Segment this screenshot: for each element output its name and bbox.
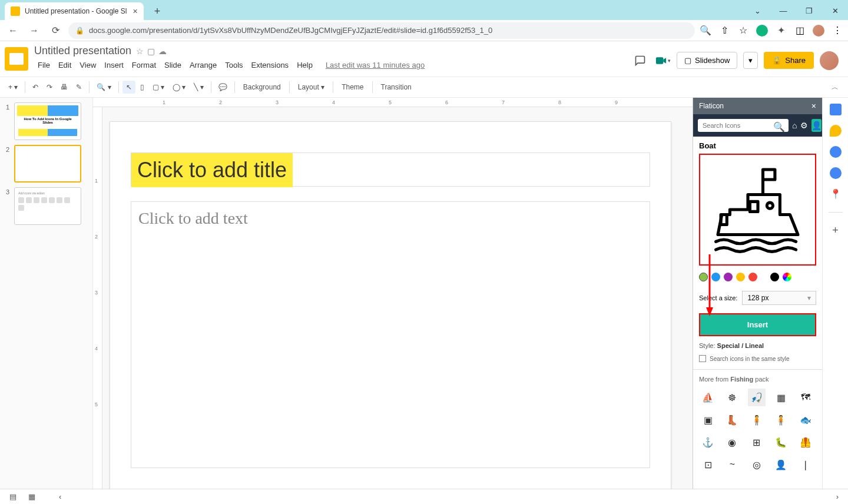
settings-icon[interactable]: ⚙ (800, 119, 808, 132)
line-tool[interactable]: ╲ ▾ (190, 81, 207, 94)
move-icon[interactable]: ▢ (147, 47, 155, 56)
url-input[interactable]: 🔒 docs.google.com/presentation/d/1ytSvXs… (68, 22, 695, 39)
pack-icon-gear[interactable]: ▣ (699, 411, 717, 429)
body-placeholder[interactable]: Click to add text (131, 201, 650, 468)
grid-view-icon[interactable]: ▦ (28, 492, 35, 501)
pack-icon-float[interactable]: ❘ (797, 456, 814, 473)
color-yellow[interactable] (736, 273, 745, 281)
pack-icon-boot[interactable]: 👢 (723, 411, 741, 429)
color-green[interactable] (699, 273, 708, 281)
theme-button[interactable]: Theme (337, 81, 368, 94)
collapse-toolbar-icon[interactable]: ︿ (827, 80, 843, 95)
background-button[interactable]: Background (238, 81, 286, 94)
pack-icon-chair[interactable]: ⊡ (699, 456, 717, 473)
bookmark-icon[interactable]: ☆ (737, 25, 749, 37)
collapse-icon[interactable]: ‹ (59, 492, 61, 501)
minimize-icon[interactable]: — (770, 1, 796, 20)
menu-format[interactable]: Format (128, 59, 160, 71)
menu-help[interactable]: Help (293, 59, 316, 71)
pack-icon-map[interactable]: 🗺 (797, 389, 814, 406)
insert-button[interactable]: Insert (699, 313, 816, 336)
new-tab-button[interactable]: + (150, 3, 165, 20)
calendar-icon[interactable] (830, 104, 842, 115)
star-icon[interactable]: ☆ (136, 47, 144, 56)
zoom-icon[interactable]: 🔍 (700, 25, 711, 37)
forward-icon[interactable]: → (26, 22, 42, 39)
share-url-icon[interactable]: ⇧ (718, 25, 730, 37)
reload-icon[interactable]: ⟳ (47, 22, 64, 39)
transition-button[interactable]: Transition (376, 81, 416, 94)
pack-icon-spool[interactable]: ◎ (748, 456, 766, 473)
paint-format-button[interactable]: ✎ (72, 81, 85, 94)
undo-button[interactable]: ↶ (29, 81, 42, 94)
extensions-icon[interactable]: ✦ (775, 25, 787, 37)
pack-icon-tackle[interactable]: ▦ (772, 389, 790, 406)
image-tool[interactable]: ▢ ▾ (149, 81, 168, 94)
shape-tool[interactable]: ◯ ▾ (169, 81, 189, 94)
last-edit-link[interactable]: Last edit was 11 minutes ago (322, 59, 428, 71)
pack-icon-net[interactable]: ⊞ (748, 433, 766, 451)
menu-extensions[interactable]: Extensions (248, 59, 293, 71)
menu-tools[interactable]: Tools (221, 59, 246, 71)
menu-arrange[interactable]: Arrange (186, 59, 220, 71)
grammarly-icon[interactable] (756, 25, 768, 37)
slideshow-button[interactable]: ▢ Slideshow (677, 52, 737, 69)
home-icon[interactable]: ⌂ (792, 119, 797, 132)
color-red[interactable] (748, 273, 757, 281)
pack-icon-hook[interactable]: ⚓ (699, 433, 717, 451)
maps-icon[interactable]: 📍 (830, 188, 842, 200)
close-window-icon[interactable]: ✕ (822, 1, 848, 20)
tasks-icon[interactable] (830, 146, 842, 158)
menu-edit[interactable]: Edit (55, 59, 75, 71)
pack-icon-lure[interactable]: ~ (723, 456, 741, 473)
add-addon-icon[interactable]: + (832, 224, 839, 237)
meet-icon[interactable]: ▾ (654, 52, 671, 69)
textbox-tool[interactable]: ▯ (137, 81, 148, 94)
thumbnail-3[interactable]: 3 Add icons via addon (6, 187, 92, 225)
select-tool[interactable]: ↖ (122, 81, 135, 94)
browser-tab[interactable]: Untitled presentation - Google Sl × (5, 2, 144, 20)
side-panel-toggle-icon[interactable]: ◫ (794, 25, 806, 37)
doc-title[interactable]: Untitled presentation (34, 45, 131, 57)
user-icon[interactable]: 👤 (811, 119, 822, 132)
keep-icon[interactable] (830, 125, 842, 137)
kebab-menu-icon[interactable]: ⋮ (832, 25, 843, 37)
pack-icon-boat[interactable]: ⛵ (699, 389, 717, 406)
caret-down-icon[interactable]: ⌄ (744, 1, 770, 20)
menu-insert[interactable]: Insert (101, 59, 127, 71)
slide-canvas[interactable]: Click to add title Click to add text (110, 121, 671, 492)
thumbnail-2[interactable]: 2 (6, 145, 92, 183)
pack-icon-bait[interactable]: 🐛 (772, 433, 790, 451)
thumbnail-1[interactable]: 1 How To Add Icons In Google Slides (6, 102, 92, 140)
menu-file[interactable]: File (34, 59, 54, 71)
color-black[interactable] (770, 273, 779, 281)
share-button[interactable]: 🔒 Share (764, 52, 814, 69)
cloud-icon[interactable]: ☁ (158, 47, 167, 56)
pack-icon-fisher[interactable]: 🧍 (748, 411, 766, 429)
pack-icon-reel[interactable]: ◉ (723, 433, 741, 451)
back-icon[interactable]: ← (5, 22, 21, 39)
layout-button[interactable]: Layout ▾ (293, 81, 329, 94)
pack-icon-rod[interactable]: 🎣 (748, 389, 766, 406)
pack-icon-vest[interactable]: 🦺 (797, 433, 814, 451)
pack-icon-fish[interactable]: 🐟 (797, 411, 814, 429)
menu-view[interactable]: View (76, 59, 100, 71)
maximize-icon[interactable]: ❐ (796, 1, 822, 20)
menu-slide[interactable]: Slide (161, 59, 185, 71)
close-panel-icon[interactable]: × (811, 101, 816, 111)
color-purple[interactable] (724, 273, 733, 281)
slideshow-dropdown[interactable]: ▾ (743, 52, 758, 69)
same-style-checkbox[interactable] (699, 355, 706, 362)
filmstrip-view-icon[interactable]: ▤ (9, 492, 16, 501)
comments-icon[interactable] (632, 52, 648, 69)
close-tab-icon[interactable]: × (132, 6, 137, 16)
search-icon[interactable]: 🔍 (773, 121, 785, 132)
avatar[interactable] (820, 51, 839, 70)
redo-button[interactable]: ↷ (43, 81, 56, 94)
slides-logo-icon[interactable] (5, 47, 28, 71)
color-picker[interactable] (783, 273, 791, 281)
pack-icon-wheel[interactable]: ☸ (723, 389, 741, 406)
color-blue[interactable] (711, 273, 720, 281)
print-button[interactable]: 🖶 (57, 81, 71, 94)
pack-icon-person[interactable]: 👤 (772, 456, 790, 473)
